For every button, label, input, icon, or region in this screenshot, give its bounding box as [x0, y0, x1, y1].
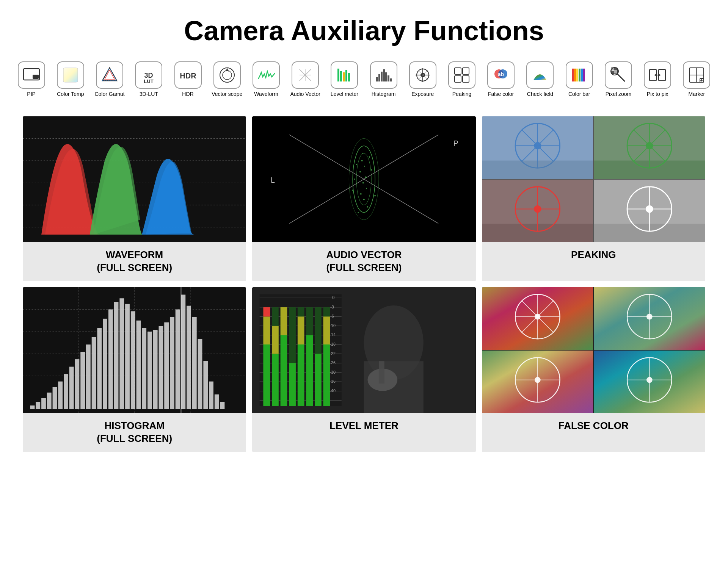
svg-text:-22: -22	[330, 351, 336, 355]
svg-rect-154	[142, 328, 146, 409]
svg-point-94	[354, 178, 355, 180]
svg-rect-42	[574, 69, 576, 81]
svg-point-84	[362, 182, 364, 183]
falsecolor-quad-2	[594, 287, 705, 350]
waveform-image	[23, 116, 246, 242]
svg-rect-164	[198, 339, 202, 409]
icon-item-histogram[interactable]: Histogram	[367, 61, 400, 97]
pip-label: PIP	[27, 91, 36, 97]
svg-rect-135	[36, 402, 40, 409]
svg-text:-30: -30	[330, 369, 336, 374]
main-grid: WAVEFORM(FULL SCREEN) L P	[0, 109, 728, 467]
svg-rect-161	[181, 294, 185, 409]
peaking-vis	[482, 116, 705, 242]
pip-icon-box	[18, 61, 45, 89]
icon-item-peaking[interactable]: Peaking	[446, 61, 478, 97]
svg-rect-137	[47, 393, 52, 409]
svg-rect-37	[463, 76, 469, 82]
check-field-label: Check field	[527, 91, 553, 97]
icon-item-color-gamut[interactable]: Color Gamut	[93, 61, 126, 97]
svg-point-81	[364, 166, 365, 167]
svg-rect-196	[281, 335, 287, 406]
icon-item-color-temp[interactable]: Color Temp	[54, 61, 86, 97]
svg-point-89	[367, 206, 369, 208]
svg-rect-16	[337, 69, 339, 81]
icon-item-color-bar[interactable]: Color bar	[563, 61, 595, 97]
icon-item-level-meter[interactable]: Level meter	[328, 61, 361, 97]
icon-item-vector-scope[interactable]: Vector scope	[211, 61, 243, 97]
icon-item-audio-vector[interactable]: Audio Vector	[289, 61, 322, 97]
svg-text:3D: 3D	[144, 72, 153, 79]
waveform-cell: WAVEFORM(FULL SCREEN)	[23, 116, 246, 281]
svg-rect-160	[176, 309, 180, 409]
falsecolor-cell-label: FALSE COLOR	[482, 413, 705, 439]
falsecolor-cell: FALSE COLOR	[482, 287, 705, 452]
svg-rect-140	[64, 374, 68, 409]
falsecolor-quad-3	[482, 351, 593, 413]
icon-item-exposure[interactable]: Exposure	[406, 61, 439, 97]
levelmeter-cell: 0 -3 -6 -10 -14 -18 -22 -26 -30 -36 -40 …	[252, 287, 475, 452]
svg-rect-23	[381, 72, 383, 81]
icon-item-3dlut[interactable]: 3D LUT 3D-LUT	[133, 61, 165, 97]
svg-rect-197	[281, 307, 287, 335]
svg-rect-174	[379, 361, 384, 384]
svg-rect-143	[80, 352, 85, 409]
icon-item-pip[interactable]: PIP	[15, 61, 47, 97]
svg-rect-24	[383, 69, 385, 81]
icon-item-marker[interactable]: Marker	[681, 61, 713, 97]
false-color-label: False color	[488, 91, 514, 97]
svg-rect-105	[482, 160, 593, 178]
svg-rect-190	[264, 316, 270, 344]
svg-marker-59	[654, 74, 656, 76]
svg-rect-18	[343, 72, 345, 81]
histogram-cell: HISTOGRAM(FULL SCREEN)	[23, 287, 246, 452]
svg-rect-204	[306, 335, 313, 406]
icon-item-false-color[interactable]: ab False color	[485, 61, 517, 97]
pix-to-pix-icon-box	[644, 61, 671, 89]
vector-scope-label: Vector scope	[212, 91, 242, 97]
svg-rect-206	[315, 354, 322, 406]
hdr-icon-box: HDR	[174, 61, 202, 89]
icon-item-waveform[interactable]: Waveform	[250, 61, 282, 97]
svg-rect-145	[92, 337, 96, 409]
falsecolor-quad-1	[482, 287, 593, 350]
falsecolor-vis	[482, 287, 705, 413]
icon-item-pixel-zoom[interactable]: Pixel zoom	[602, 61, 634, 97]
peaking-quad-white	[594, 180, 705, 242]
pixel-zoom-label: Pixel zoom	[606, 91, 631, 97]
svg-rect-52	[614, 71, 617, 74]
svg-rect-152	[131, 311, 135, 409]
peaking-quad-green	[594, 116, 705, 179]
svg-rect-199	[289, 363, 296, 406]
svg-text:-26: -26	[330, 360, 336, 365]
svg-rect-156	[153, 330, 158, 409]
check-field-icon-box	[526, 61, 554, 89]
svg-text:P: P	[453, 139, 458, 147]
svg-rect-134	[30, 405, 35, 409]
level-meter-label: Level meter	[331, 91, 358, 97]
marker-icon-box	[683, 61, 710, 89]
svg-rect-153	[136, 321, 141, 409]
icon-item-pix-to-pix[interactable]: Pix to pix	[642, 61, 674, 97]
svg-point-90	[358, 212, 359, 213]
svg-rect-151	[125, 304, 130, 409]
svg-rect-22	[378, 74, 380, 81]
svg-rect-26	[388, 75, 389, 81]
icon-item-check-field[interactable]: Check field	[524, 61, 556, 97]
3dlut-label: 3D-LUT	[140, 91, 158, 97]
svg-rect-149	[114, 302, 119, 409]
falsecolor-image	[482, 287, 705, 413]
svg-rect-194	[272, 326, 279, 354]
svg-text:HDR: HDR	[180, 72, 196, 80]
pix-to-pix-label: Pix to pix	[647, 91, 668, 97]
icon-item-hdr[interactable]: HDR HDR	[172, 61, 204, 97]
svg-rect-155	[147, 332, 152, 409]
svg-text:ab: ab	[498, 71, 504, 77]
svg-rect-148	[108, 309, 113, 409]
svg-rect-27	[390, 78, 392, 81]
svg-rect-46	[583, 69, 585, 81]
svg-point-91	[369, 156, 370, 158]
color-temp-label: Color Temp	[57, 91, 84, 97]
svg-point-95	[373, 184, 374, 185]
svg-rect-34	[455, 68, 461, 74]
